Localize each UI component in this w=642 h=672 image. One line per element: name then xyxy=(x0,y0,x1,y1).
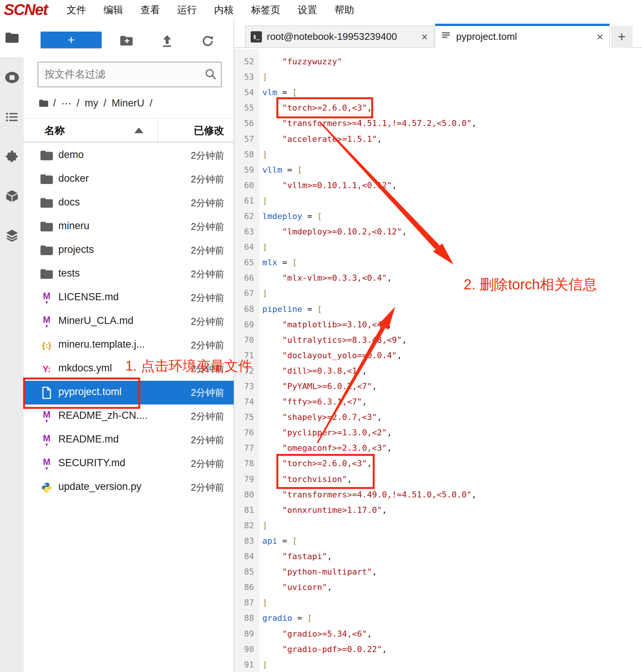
file-row-tests[interactable]: tests2分钟前 xyxy=(24,262,234,286)
code-line-86[interactable]: 86 "uvicorn", xyxy=(234,579,642,595)
activity-table-of-contents-icon[interactable] xyxy=(0,105,24,129)
tab-terminal[interactable]: $_ root@notebook-19953239400 × xyxy=(245,26,434,48)
breadcrumb-item-3[interactable]: my xyxy=(85,97,98,109)
md-file-icon: M▼ xyxy=(39,433,54,448)
tab-pyproject[interactable]: pyproject.toml × xyxy=(435,24,610,48)
code-line-71[interactable]: 71 "doclayout_yolo==0.0.4", xyxy=(234,348,642,363)
code-text: "transformers>=4.49.0,!=4.51.0,<5.0.0", xyxy=(259,490,477,499)
code-line-77[interactable]: 77 "omegaconf>=2.3.0,<3", xyxy=(234,440,642,456)
code-line-65[interactable]: 65mlx = [ xyxy=(234,255,642,270)
menu-item-0[interactable]: 文件 xyxy=(58,3,95,17)
code-line-62[interactable]: 62lmdeploy = [ xyxy=(234,208,642,224)
code-editor[interactable]: 52 "fuzzywuzzy"53]54vlm = [55 "torch>=2.… xyxy=(234,49,642,672)
file-row-README.md[interactable]: M▼README.md2分钟前 xyxy=(24,428,234,452)
file-row-mineru.template.j...[interactable]: {:}mineru.template.j...2分钟前 xyxy=(24,333,234,357)
tab-terminal-label: root@notebook-19953239400 xyxy=(267,31,415,43)
new-tab-button[interactable]: + xyxy=(611,26,633,48)
file-row-docker[interactable]: docker2分钟前 xyxy=(24,167,234,191)
breadcrumb-item-4[interactable]: / xyxy=(103,97,106,109)
code-line-57[interactable]: 57 "accelerate>=1.5.1", xyxy=(234,131,642,146)
file-row-mkdocs.yml[interactable]: Y:mkdocs.yml2分钟前 xyxy=(24,357,234,381)
line-number: 80 xyxy=(234,490,259,499)
code-line-69[interactable]: 69 "matplotlib>=3.10,<4", xyxy=(234,317,642,332)
activity-package-cube-icon[interactable] xyxy=(0,184,24,208)
code-line-58[interactable]: 58] xyxy=(234,147,642,162)
close-tab-icon[interactable]: × xyxy=(420,31,429,43)
terminal-icon: $_ xyxy=(251,31,262,43)
activity-layers-icon[interactable] xyxy=(0,223,24,248)
code-line-85[interactable]: 85 "python-multipart", xyxy=(234,564,642,579)
new-launcher-button[interactable]: + xyxy=(41,32,102,48)
code-line-87[interactable]: 87] xyxy=(234,595,642,610)
code-line-60[interactable]: 60 "vllm>=0.10.1.1,<0.12", xyxy=(234,178,642,193)
code-line-82[interactable]: 82] xyxy=(234,518,642,533)
home-folder-icon[interactable] xyxy=(39,99,49,108)
file-row-MinerU_CLA.md[interactable]: M▼MinerU_CLA.md2分钟前 xyxy=(24,310,234,333)
menu-item-2[interactable]: 查看 xyxy=(132,3,169,17)
code-line-74[interactable]: 74 "ftfy>=6.3.1,<7", xyxy=(234,394,642,409)
menu-item-7[interactable]: 帮助 xyxy=(326,3,363,17)
code-line-55[interactable]: 55 "torch>=2.6.0,<3", xyxy=(234,100,642,116)
code-line-52[interactable]: 52 "fuzzywuzzy" xyxy=(234,54,642,69)
file-row-SECURITY.md[interactable]: M▼SECURITY.md2分钟前 xyxy=(24,452,234,476)
code-line-67[interactable]: 67] xyxy=(234,286,642,301)
code-line-70[interactable]: 70 "ultralytics>=8.3.48,<9", xyxy=(234,332,642,348)
refresh-icon xyxy=(201,35,214,49)
code-line-59[interactable]: 59vllm = [ xyxy=(234,162,642,178)
code-line-64[interactable]: 64] xyxy=(234,239,642,255)
file-row-LICENSE.md[interactable]: M▼LICENSE.md2分钟前 xyxy=(24,286,234,310)
activity-file-browser-icon[interactable] xyxy=(0,26,24,50)
menu-item-4[interactable]: 内核 xyxy=(205,3,242,17)
code-line-56[interactable]: 56 "transformers>=4.51.1,!=4.57.2,<5.0.0… xyxy=(234,116,642,131)
upload-button[interactable] xyxy=(159,34,175,49)
code-line-81[interactable]: 81 "onnxruntime>1.17.0", xyxy=(234,502,642,518)
code-line-83[interactable]: 83api = [ xyxy=(234,533,642,549)
file-modified: 2分钟前 xyxy=(191,458,224,470)
breadcrumb-item-2[interactable]: / xyxy=(77,97,80,109)
code-text: "torchvision", xyxy=(259,474,352,484)
code-line-66[interactable]: 66 "mlx-vlm>=0.3.3,<0.4", xyxy=(234,270,642,286)
code-line-68[interactable]: 68pipeline = [ xyxy=(234,301,642,317)
activity-extension-manager-icon[interactable] xyxy=(0,144,24,169)
breadcrumb-item-5[interactable]: MinerU xyxy=(112,97,145,109)
code-line-84[interactable]: 84 "fastapi", xyxy=(234,549,642,564)
code-line-72[interactable]: 72 "dill>=0.3.8,<1", xyxy=(234,363,642,379)
file-row-pyproject.toml[interactable]: pyproject.toml2分钟前 xyxy=(24,381,234,404)
column-header-name[interactable]: 名称 xyxy=(44,124,65,137)
code-line-80[interactable]: 80 "transformers>=4.49.0,!=4.51.0,<5.0.0… xyxy=(234,487,642,502)
breadcrumb-item-0[interactable]: / xyxy=(53,97,56,109)
folder-file-icon xyxy=(39,172,54,187)
file-row-README_zh-CN....[interactable]: M▼README_zh-CN....2分钟前 xyxy=(24,404,234,428)
code-line-79[interactable]: 79 "torchvision", xyxy=(234,471,642,487)
activity-running-sessions-icon[interactable] xyxy=(0,65,24,90)
file-row-mineru[interactable]: mineru2分钟前 xyxy=(24,215,234,239)
code-line-73[interactable]: 73 "PyYAML>=6.0.2,<7", xyxy=(234,379,642,394)
code-line-76[interactable]: 76 "pyclipper>=1.3.0,<2", xyxy=(234,425,642,440)
line-number: 82 xyxy=(234,521,259,530)
code-line-91[interactable]: 91] xyxy=(234,657,642,672)
code-line-63[interactable]: 63 "lmdeploy>=0.10.2,<0.12", xyxy=(234,224,642,239)
code-line-54[interactable]: 54vlm = [ xyxy=(234,85,642,100)
menu-item-1[interactable]: 编辑 xyxy=(95,3,132,17)
file-row-docs[interactable]: docs2分钟前 xyxy=(24,191,234,215)
code-line-88[interactable]: 88gradio = [ xyxy=(234,610,642,626)
refresh-button[interactable] xyxy=(199,34,216,49)
new-folder-button[interactable] xyxy=(118,34,135,49)
menu-item-5[interactable]: 标签页 xyxy=(242,3,289,17)
file-row-projects[interactable]: projects2分钟前 xyxy=(24,239,234,262)
code-line-61[interactable]: 61] xyxy=(234,193,642,208)
breadcrumb-item-6[interactable]: / xyxy=(150,97,153,109)
code-line-90[interactable]: 90 "gradio-pdf>=0.0.22", xyxy=(234,642,642,657)
close-tab-icon[interactable]: × xyxy=(596,31,604,43)
column-header-modified[interactable]: 已修改 xyxy=(194,124,224,137)
menu-item-6[interactable]: 设置 xyxy=(289,3,326,17)
filter-input[interactable] xyxy=(44,64,196,84)
code-line-53[interactable]: 53] xyxy=(234,69,642,85)
file-row-demo[interactable]: demo2分钟前 xyxy=(24,144,234,167)
breadcrumb-item-1[interactable]: ⋯ xyxy=(61,97,72,109)
code-line-75[interactable]: 75 "shapely>=2.0.7,<3", xyxy=(234,409,642,425)
menu-item-3[interactable]: 运行 xyxy=(169,3,205,17)
code-line-89[interactable]: 89 "gradio>=5.34,<6", xyxy=(234,626,642,641)
file-row-update_version.py[interactable]: update_version.py2分钟前 xyxy=(24,476,234,499)
code-line-78[interactable]: 78 "torch>=2.6.0,<3", xyxy=(234,456,642,471)
